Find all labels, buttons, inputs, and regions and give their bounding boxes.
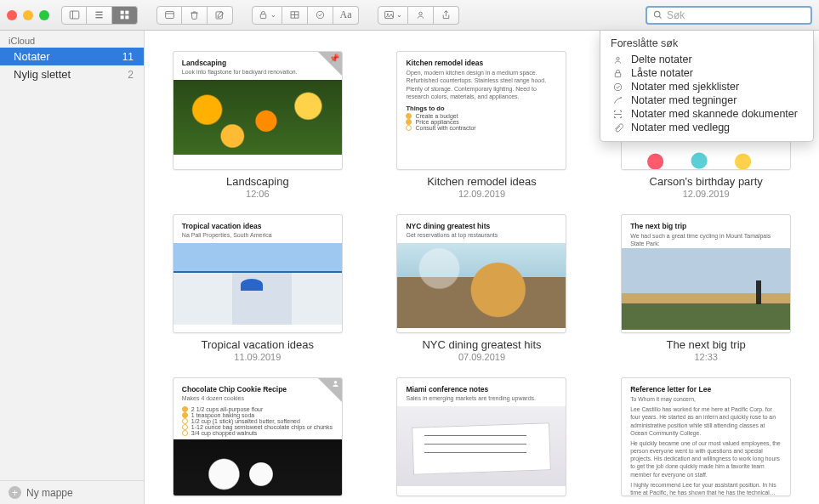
collaborate-button[interactable] — [408, 6, 434, 25]
suggestion-label: Låste notater — [631, 67, 693, 79]
note-caption: NYC dining greatest hits — [422, 338, 541, 351]
todo-item: 3/4 cup chopped walnuts — [191, 430, 257, 436]
checklist-icon — [315, 9, 326, 20]
new-folder-button[interactable]: + Ny mappe — [0, 480, 144, 504]
suggestion-label: Notater med vedlegg — [631, 122, 730, 133]
search-field[interactable] — [646, 6, 812, 25]
sidebar-item-count: 2 — [128, 69, 134, 81]
note-card[interactable]: Kitchen remodel ideas Open, modern kitch… — [390, 51, 575, 199]
sidebar-section-heading: iCloud — [0, 31, 144, 48]
note-date: 12.09.2019 — [683, 189, 730, 199]
suggestion-checklists[interactable]: Notater med sjekklister — [600, 80, 813, 93]
sidebar-item-recently-deleted[interactable]: Nylig slettet 2 — [0, 65, 144, 83]
scan-icon — [612, 109, 624, 120]
pin-icon: 📌 — [329, 54, 339, 63]
svg-line-23 — [659, 16, 661, 18]
close-window[interactable] — [7, 10, 17, 20]
new-note-button[interactable] — [208, 6, 233, 25]
view-grid-button[interactable] — [112, 6, 138, 25]
format-button[interactable]: Aa — [333, 6, 359, 25]
note-date: 07.09.2019 — [458, 352, 505, 362]
share-button[interactable] — [434, 6, 459, 25]
note-card[interactable]: Miami conference notes Sales in emerging… — [390, 377, 575, 504]
suggestions-heading: Foreslåtte søk — [600, 36, 813, 53]
note-caption: Carson's birthday party — [650, 175, 763, 188]
table-button[interactable] — [282, 6, 308, 25]
media-button[interactable]: ⌄ — [378, 6, 408, 25]
checklist-button[interactable] — [308, 6, 333, 25]
note-paragraph: He quickly became one of our most valued… — [622, 439, 790, 479]
attachments-icon — [164, 9, 175, 20]
new-folder-label: Ny mappe — [26, 487, 73, 499]
share-icon — [441, 9, 452, 20]
sidebar-item-label: Notater — [14, 50, 50, 63]
note-card[interactable]: The next big trip We had such a great ti… — [613, 214, 799, 362]
todo-item: Create a budget — [415, 113, 458, 119]
checkbox-icon — [182, 430, 188, 436]
add-people-icon — [415, 9, 426, 20]
note-card[interactable]: NYC dining greatest hits Get reservation… — [390, 214, 575, 362]
svg-point-27 — [614, 83, 621, 90]
checkbox-icon — [406, 125, 412, 131]
note-date: 12:06 — [246, 189, 270, 199]
checkbox-icon — [182, 424, 188, 430]
suggestion-scanned[interactable]: Notater med skannede dokumenter — [600, 107, 813, 121]
svg-point-24 — [334, 381, 337, 383]
grid-icon — [119, 9, 130, 20]
note-preview: Sales in emerging markets are trending u… — [397, 395, 566, 406]
note-preview: Look into flagstone for backyard renovat… — [173, 69, 342, 80]
suggestion-attachments[interactable]: Notater med vedlegg — [600, 121, 813, 134]
svg-point-28 — [620, 97, 622, 99]
search-icon — [652, 9, 663, 20]
note-card[interactable]: 📌 Landscaping Look into flagstone for ba… — [165, 51, 350, 199]
table-icon — [289, 9, 300, 20]
sidebar-item-notes[interactable]: Notater 11 — [0, 48, 144, 65]
note-thumbnail — [622, 248, 790, 330]
suggestion-drawings[interactable]: Notater med tegninger — [600, 93, 813, 107]
view-list-button[interactable] — [87, 6, 112, 25]
note-preview: We had such a great time cycling in Moun… — [622, 232, 790, 248]
note-preview: Makes 4 dozen cookies — [173, 395, 342, 406]
window-controls — [7, 10, 49, 20]
svg-point-18 — [316, 11, 323, 18]
suggestion-label: Notater med skannede dokumenter — [631, 108, 798, 120]
svg-point-22 — [654, 11, 660, 17]
toggle-sidebar-button[interactable] — [61, 6, 87, 25]
delete-note-button[interactable] — [182, 6, 208, 25]
svg-rect-9 — [165, 11, 173, 18]
svg-rect-5 — [121, 11, 124, 14]
zoom-window[interactable] — [39, 10, 49, 20]
note-card[interactable]: Chocolate Chip Cookie Recipe Makes 4 doz… — [165, 377, 350, 504]
minimize-window[interactable] — [23, 10, 33, 20]
search-suggestions-popover: Foreslåtte søk Delte notater Låste notat… — [600, 31, 814, 142]
attachments-button[interactable] — [156, 6, 182, 25]
note-line: To Whom it may concern, — [622, 395, 790, 403]
svg-point-20 — [387, 14, 389, 15]
paperclip-icon — [612, 122, 624, 133]
suggestion-label: Delte notater — [631, 54, 692, 65]
search-input[interactable] — [667, 9, 805, 21]
note-card[interactable]: Tropical vacation ideas Na Pali Properti… — [165, 214, 350, 362]
sidebar: iCloud Notater 11 Nylig slettet 2 + Ny m… — [0, 31, 145, 504]
lock-icon — [258, 9, 269, 20]
sidebar-item-label: Nylig slettet — [14, 68, 71, 81]
lock-button[interactable]: ⌄ — [252, 6, 282, 25]
note-thumbnail — [397, 243, 566, 328]
lock-icon — [612, 68, 624, 79]
checkbox-icon — [182, 418, 188, 424]
person-icon — [331, 379, 340, 390]
note-title: Miami conference notes — [397, 378, 566, 395]
drawing-icon — [612, 95, 624, 106]
note-card[interactable]: Reference letter for Lee To Whom it may … — [613, 377, 799, 504]
svg-rect-0 — [70, 11, 79, 19]
compose-icon — [214, 9, 225, 20]
svg-rect-26 — [615, 72, 621, 76]
note-title: NYC dining greatest hits — [397, 215, 566, 232]
suggestion-locked-notes[interactable]: Låste notater — [600, 66, 813, 80]
todo-item: 2 1/2 cups all-purpose flour — [191, 406, 263, 412]
list-icon — [94, 9, 105, 20]
note-title: Reference letter for Lee — [622, 378, 790, 395]
suggestion-shared-notes[interactable]: Delte notater — [600, 53, 813, 66]
todo-item: Consult with contractor — [415, 125, 475, 131]
todo-item: 1/2 cup (1 stick) unsalted butter, softe… — [191, 418, 300, 424]
